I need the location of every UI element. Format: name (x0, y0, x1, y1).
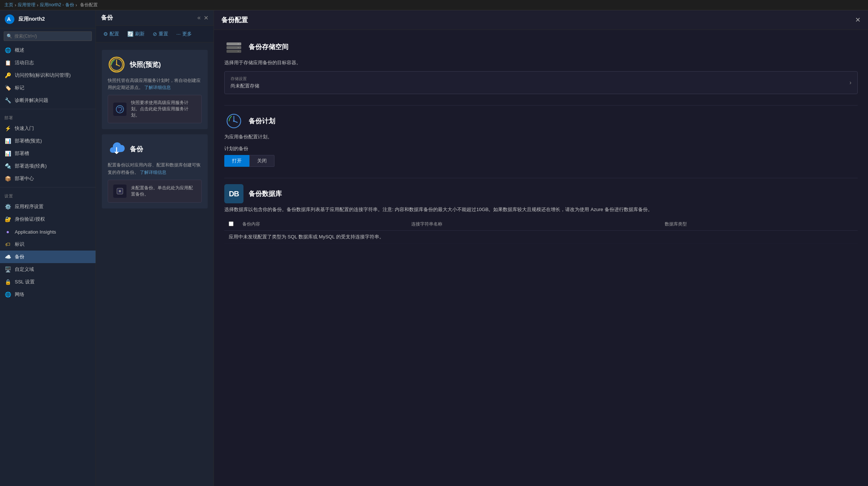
access-control-icon: 🔑 (4, 72, 11, 79)
middle-panel-title: 备份 (101, 14, 113, 22)
sidebar-item-label: 快速入门 (15, 125, 34, 132)
settings-section-title: 设置 (0, 190, 96, 200)
sidebar-item-ssl[interactable]: 🔒 SSL 设置 (0, 276, 96, 288)
storage-info: 存储设置 尚未配置存储 (231, 76, 259, 89)
panel-close-icon[interactable]: ✕ (204, 14, 208, 21)
sidebar-item-label: 标识 (15, 241, 24, 248)
svg-point-6 (116, 64, 117, 65)
svg-point-9 (119, 190, 121, 192)
sidebar-item-label: 活动日志 (15, 59, 34, 66)
app-name: 应用north2 (18, 16, 45, 23)
database-title: 备份数据库 (249, 189, 282, 198)
storage-label: 存储设置 (231, 76, 259, 82)
more-label: 更多 (182, 31, 192, 37)
schedule-title: 备份计划 (249, 117, 275, 125)
sidebar-item-custom-domain[interactable]: 🖥️ 自定义域 (0, 263, 96, 276)
backup-warning[interactable]: 未配置备份。单击此处为应用配置备份。 (108, 180, 202, 203)
sidebar-item-activity-log[interactable]: 📋 活动日志 (0, 56, 96, 69)
storage-title: 备份存储空间 (249, 42, 288, 51)
backup-card: 备份 配置备份以对应用内容、配置和数据库创建可恢复的存档备份。 了解详细信息 未… (102, 134, 208, 208)
config-label: 配置 (110, 31, 119, 37)
refresh-icon: 🔄 (127, 31, 134, 37)
sidebar-item-app-insights[interactable]: ● Application Insights (0, 225, 96, 238)
db-col-connection-string: 连接字符串名称 (407, 218, 660, 231)
svg-point-7 (116, 106, 124, 113)
sidebar-item-labels[interactable]: 🏷 标识 (0, 238, 96, 251)
config-icon: ⚙ (103, 31, 108, 37)
sidebar-item-auth[interactable]: 🔐 身份验证/授权 (0, 213, 96, 225)
backup-icon: ☁️ (4, 254, 11, 260)
schedule-desc: 为应用备份配置计划。 (224, 134, 858, 140)
sidebar-header: A 应用north2 (0, 10, 96, 28)
tags-icon: 🏷️ (4, 85, 11, 91)
sidebar-item-overview[interactable]: 🌐 概述 (0, 44, 96, 56)
sidebar-item-label: 身份验证/授权 (15, 216, 45, 223)
plan-label: 计划的备份 (224, 146, 248, 151)
panel-content: 快照(预览) 快照托管在高级应用服务计划时，将自动创建应用的定期还原点。 了解详… (96, 42, 214, 486)
sidebar-item-tags[interactable]: 🏷️ 标记 (0, 82, 96, 94)
middle-panel-header: 备份 « ✕ (96, 10, 214, 26)
warning-icon (113, 103, 127, 116)
right-panel-header: 备份配置 ✕ (214, 10, 868, 30)
sidebar-item-network[interactable]: 🌐 网络 (0, 288, 96, 301)
toggle-on-button[interactable]: 打开 (224, 155, 249, 167)
backup-cloud-icon (108, 140, 125, 158)
database-desc: 选择数据库以包含你的备份。备份数据库列表基于应用配置的连接字符串。注意: 内容和… (224, 206, 858, 213)
breadcrumb-app-mgmt[interactable]: 应用管理 (18, 2, 35, 8)
backup-desc: 配置备份以对应用内容、配置和数据库创建可恢复的存档备份。 了解详细信息 (108, 162, 202, 176)
storage-desc: 选择用于存储应用备份的目标容器。 (224, 59, 858, 66)
config-button[interactable]: ⚙ 配置 (100, 29, 123, 39)
sidebar-item-label: 应用程序设置 (15, 203, 44, 210)
db-col-checkbox (224, 218, 238, 231)
snapshot-link[interactable]: 了解详细信息 (144, 85, 171, 90)
auth-icon: 🔐 (4, 216, 11, 223)
custom-domain-icon: 🖥️ (4, 266, 11, 273)
storage-arrow-icon: › (850, 79, 851, 86)
breadcrumb-home[interactable]: 主页 (4, 2, 13, 8)
snapshot-icon (108, 56, 125, 73)
schedule-icon (224, 111, 243, 131)
svg-point-19 (233, 120, 235, 122)
sidebar-item-label: 部署槽(预览) (15, 138, 42, 144)
sidebar-item-deploy-slots[interactable]: 📊 部署槽 (0, 147, 96, 160)
search-box[interactable]: 🔍 (0, 28, 96, 44)
storage-value: 尚未配置存储 (231, 83, 259, 89)
sidebar-item-label: 诊断并解决问题 (15, 97, 48, 104)
backup-link[interactable]: 了解详细信息 (140, 170, 166, 175)
activity-log-icon: 📋 (4, 59, 11, 66)
db-icon-wrap: DB (224, 184, 243, 203)
sidebar-item-backup[interactable]: ☁️ 备份 (0, 251, 96, 263)
svg-text:A: A (7, 16, 11, 22)
more-button[interactable]: ··· 更多 (173, 29, 196, 39)
breadcrumb-app-north2[interactable]: 应用north2 - 备份 (40, 2, 74, 8)
breadcrumb-current: 备份配置 (80, 2, 98, 8)
sidebar-item-label: 访问控制(标识和访问管理) (15, 72, 71, 79)
storage-settings-row[interactable]: 存储设置 尚未配置存储 › (224, 71, 858, 94)
diagnose-icon: 🔧 (4, 97, 11, 104)
sidebar-item-app-settings[interactable]: ⚙️ 应用程序设置 (0, 200, 96, 213)
more-icon: ··· (176, 31, 181, 37)
sidebar-item-diagnose[interactable]: 🔧 诊断并解决问题 (0, 94, 96, 107)
sidebar-item-access-control[interactable]: 🔑 访问控制(标识和访问管理) (0, 69, 96, 82)
reset-label: 重置 (159, 31, 168, 37)
search-input[interactable] (4, 31, 92, 41)
refresh-button[interactable]: 🔄 刷新 (124, 29, 148, 39)
collapse-icon[interactable]: « (197, 14, 201, 21)
db-select-all-checkbox[interactable] (229, 221, 234, 226)
toggle-off-button[interactable]: 关闭 (249, 155, 274, 167)
sidebar-item-deploy-slots-preview[interactable]: 📊 部署槽(预览) (0, 135, 96, 147)
backup-header: 备份 (108, 140, 202, 158)
overview-icon: 🌐 (4, 47, 11, 54)
panel-toolbar: ⚙ 配置 🔄 刷新 ⊘ 重置 ··· 更多 (96, 26, 214, 42)
reset-button[interactable]: ⊘ 重置 (149, 29, 172, 39)
snapshot-warning[interactable]: 快照要求使用高级应用服务计划。点击此处升级应用服务计划。 (108, 95, 202, 123)
right-panel-close-button[interactable]: ✕ (855, 16, 861, 24)
sidebar-item-deploy-options[interactable]: 🔩 部署选项(经典) (0, 160, 96, 172)
labels-icon: 🏷 (4, 241, 11, 248)
sidebar-item-quickstart[interactable]: ⚡ 快速入门 (0, 122, 96, 135)
storage-icon (224, 37, 243, 56)
sidebar-item-deploy-center[interactable]: 📦 部署中心 (0, 172, 96, 185)
database-table: 备份内容 连接字符串名称 数据库类型 应用中未发现配置了类型为 SQL 数据库或… (224, 218, 858, 244)
snapshot-warning-text: 快照要求使用高级应用服务计划。点击此处升级应用服务计划。 (131, 100, 196, 118)
search-icon: 🔍 (7, 34, 12, 39)
